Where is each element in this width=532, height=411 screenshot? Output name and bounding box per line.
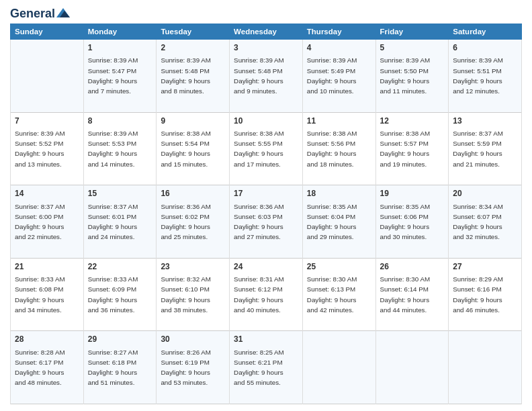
calendar-cell: 16Sunrise: 8:36 AMSunset: 6:02 PMDayligh… <box>157 185 230 259</box>
day-info: Sunrise: 8:29 AMSunset: 6:16 PMDaylight:… <box>453 275 503 314</box>
day-info: Sunrise: 8:36 AMSunset: 6:02 PMDaylight:… <box>161 203 211 241</box>
day-info: Sunrise: 8:28 AMSunset: 6:17 PMDaylight:… <box>15 349 65 387</box>
day-info: Sunrise: 8:39 AMSunset: 5:49 PMDaylight:… <box>307 56 357 95</box>
day-info: Sunrise: 8:37 AMSunset: 5:59 PMDaylight:… <box>453 130 503 168</box>
day-info: Sunrise: 8:39 AMSunset: 5:51 PMDaylight:… <box>453 56 503 95</box>
calendar-cell: 6Sunrise: 8:39 AMSunset: 5:51 PMDaylight… <box>449 40 522 113</box>
day-number: 4 <box>307 42 371 54</box>
day-number: 1 <box>88 42 152 54</box>
day-number: 10 <box>234 116 298 127</box>
day-info: Sunrise: 8:37 AMSunset: 6:01 PMDaylight:… <box>88 203 138 241</box>
day-number: 23 <box>161 261 225 273</box>
day-number: 8 <box>88 116 152 127</box>
calendar-cell: 8Sunrise: 8:39 AMSunset: 5:53 PMDaylight… <box>83 112 157 185</box>
day-number: 3 <box>234 42 298 54</box>
day-info: Sunrise: 8:33 AMSunset: 6:08 PMDaylight:… <box>15 275 65 314</box>
day-info: Sunrise: 8:25 AMSunset: 6:21 PMDaylight:… <box>234 349 284 387</box>
calendar-week-row: 1Sunrise: 8:39 AMSunset: 5:47 PMDaylight… <box>11 40 522 113</box>
day-info: Sunrise: 8:31 AMSunset: 6:12 PMDaylight:… <box>234 275 284 314</box>
day-number: 24 <box>234 261 298 273</box>
day-info: Sunrise: 8:36 AMSunset: 6:03 PMDaylight:… <box>234 203 284 241</box>
day-info: Sunrise: 8:38 AMSunset: 5:54 PMDaylight:… <box>161 130 211 168</box>
calendar-cell: 3Sunrise: 8:39 AMSunset: 5:48 PMDaylight… <box>230 40 303 113</box>
weekday-header-wednesday: Wednesday <box>230 24 303 40</box>
day-info: Sunrise: 8:39 AMSunset: 5:47 PMDaylight:… <box>88 56 138 95</box>
calendar-cell: 4Sunrise: 8:39 AMSunset: 5:49 PMDaylight… <box>302 40 375 113</box>
day-number: 20 <box>453 188 517 199</box>
calendar-cell: 30Sunrise: 8:26 AMSunset: 6:19 PMDayligh… <box>157 331 230 404</box>
day-info: Sunrise: 8:39 AMSunset: 5:50 PMDaylight:… <box>380 56 431 95</box>
calendar-cell: 15Sunrise: 8:37 AMSunset: 6:01 PMDayligh… <box>83 185 157 259</box>
day-number: 27 <box>453 261 517 273</box>
calendar-cell: 23Sunrise: 8:32 AMSunset: 6:10 PMDayligh… <box>157 258 230 331</box>
calendar-cell: 1Sunrise: 8:39 AMSunset: 5:47 PMDaylight… <box>83 40 157 113</box>
day-number: 25 <box>307 261 371 273</box>
weekday-header-tuesday: Tuesday <box>157 24 230 40</box>
logo-text-general: General <box>10 7 55 21</box>
day-info: Sunrise: 8:33 AMSunset: 6:09 PMDaylight:… <box>88 275 138 314</box>
day-info: Sunrise: 8:39 AMSunset: 5:53 PMDaylight:… <box>88 130 138 168</box>
day-info: Sunrise: 8:30 AMSunset: 6:14 PMDaylight:… <box>380 275 431 314</box>
calendar-cell: 9Sunrise: 8:38 AMSunset: 5:54 PMDaylight… <box>157 112 230 185</box>
logo-icon <box>56 8 70 19</box>
day-number: 28 <box>15 334 79 345</box>
calendar-cell: 11Sunrise: 8:38 AMSunset: 5:56 PMDayligh… <box>302 112 375 185</box>
day-number: 12 <box>380 116 445 127</box>
day-number: 18 <box>307 188 371 199</box>
logo: General <box>10 7 70 18</box>
day-number: 22 <box>88 261 152 273</box>
calendar-cell: 24Sunrise: 8:31 AMSunset: 6:12 PMDayligh… <box>230 258 303 331</box>
calendar-header: SundayMondayTuesdayWednesdayThursdayFrid… <box>11 24 522 40</box>
weekday-header-monday: Monday <box>83 24 157 40</box>
calendar-table: SundayMondayTuesdayWednesdayThursdayFrid… <box>10 24 522 404</box>
calendar-cell <box>11 40 84 113</box>
day-number: 13 <box>453 116 517 127</box>
day-info: Sunrise: 8:35 AMSunset: 6:04 PMDaylight:… <box>307 203 357 241</box>
calendar-cell: 18Sunrise: 8:35 AMSunset: 6:04 PMDayligh… <box>302 185 375 259</box>
day-info: Sunrise: 8:38 AMSunset: 5:56 PMDaylight:… <box>307 130 357 168</box>
calendar-cell: 10Sunrise: 8:38 AMSunset: 5:55 PMDayligh… <box>230 112 303 185</box>
day-info: Sunrise: 8:39 AMSunset: 5:48 PMDaylight:… <box>234 56 284 95</box>
calendar-cell <box>449 331 522 404</box>
day-number: 21 <box>15 261 79 273</box>
day-number: 16 <box>161 188 225 199</box>
calendar-cell: 14Sunrise: 8:37 AMSunset: 6:00 PMDayligh… <box>11 185 84 259</box>
weekday-header-row: SundayMondayTuesdayWednesdayThursdayFrid… <box>11 24 522 40</box>
calendar-cell: 13Sunrise: 8:37 AMSunset: 5:59 PMDayligh… <box>449 112 522 185</box>
calendar-cell: 12Sunrise: 8:38 AMSunset: 5:57 PMDayligh… <box>375 112 449 185</box>
calendar-cell: 25Sunrise: 8:30 AMSunset: 6:13 PMDayligh… <box>302 258 375 331</box>
day-info: Sunrise: 8:38 AMSunset: 5:55 PMDaylight:… <box>234 130 284 168</box>
calendar-cell: 5Sunrise: 8:39 AMSunset: 5:50 PMDaylight… <box>375 40 449 113</box>
day-number: 9 <box>161 116 225 127</box>
day-number: 2 <box>161 42 225 54</box>
day-number: 5 <box>380 42 445 54</box>
calendar-body: 1Sunrise: 8:39 AMSunset: 5:47 PMDaylight… <box>11 40 522 404</box>
weekday-header-sunday: Sunday <box>11 24 84 40</box>
calendar-cell: 21Sunrise: 8:33 AMSunset: 6:08 PMDayligh… <box>11 258 84 331</box>
weekday-header-saturday: Saturday <box>449 24 522 40</box>
calendar-cell <box>302 331 375 404</box>
calendar-week-row: 7Sunrise: 8:39 AMSunset: 5:52 PMDaylight… <box>11 112 522 185</box>
calendar-week-row: 14Sunrise: 8:37 AMSunset: 6:00 PMDayligh… <box>11 185 522 259</box>
calendar-cell: 20Sunrise: 8:34 AMSunset: 6:07 PMDayligh… <box>449 185 522 259</box>
logo-display: General <box>10 7 70 21</box>
day-number: 6 <box>453 42 517 54</box>
day-info: Sunrise: 8:30 AMSunset: 6:13 PMDaylight:… <box>307 275 357 314</box>
day-number: 26 <box>380 261 445 273</box>
calendar-cell: 29Sunrise: 8:27 AMSunset: 6:18 PMDayligh… <box>83 331 157 404</box>
day-number: 15 <box>88 188 152 199</box>
day-info: Sunrise: 8:26 AMSunset: 6:19 PMDaylight:… <box>161 349 211 387</box>
day-number: 7 <box>15 116 79 127</box>
calendar-cell: 28Sunrise: 8:28 AMSunset: 6:17 PMDayligh… <box>11 331 84 404</box>
calendar-cell: 2Sunrise: 8:39 AMSunset: 5:48 PMDaylight… <box>157 40 230 113</box>
page: General SundayMondayTuesdayWednesdayThur… <box>0 0 532 411</box>
day-number: 11 <box>307 116 371 127</box>
weekday-header-thursday: Thursday <box>302 24 375 40</box>
calendar-cell: 7Sunrise: 8:39 AMSunset: 5:52 PMDaylight… <box>11 112 84 185</box>
calendar-week-row: 21Sunrise: 8:33 AMSunset: 6:08 PMDayligh… <box>11 258 522 331</box>
day-info: Sunrise: 8:37 AMSunset: 6:00 PMDaylight:… <box>15 203 65 241</box>
calendar-cell: 27Sunrise: 8:29 AMSunset: 6:16 PMDayligh… <box>449 258 522 331</box>
day-info: Sunrise: 8:27 AMSunset: 6:18 PMDaylight:… <box>88 349 138 387</box>
calendar-week-row: 28Sunrise: 8:28 AMSunset: 6:17 PMDayligh… <box>11 331 522 404</box>
day-info: Sunrise: 8:39 AMSunset: 5:48 PMDaylight:… <box>161 56 211 95</box>
